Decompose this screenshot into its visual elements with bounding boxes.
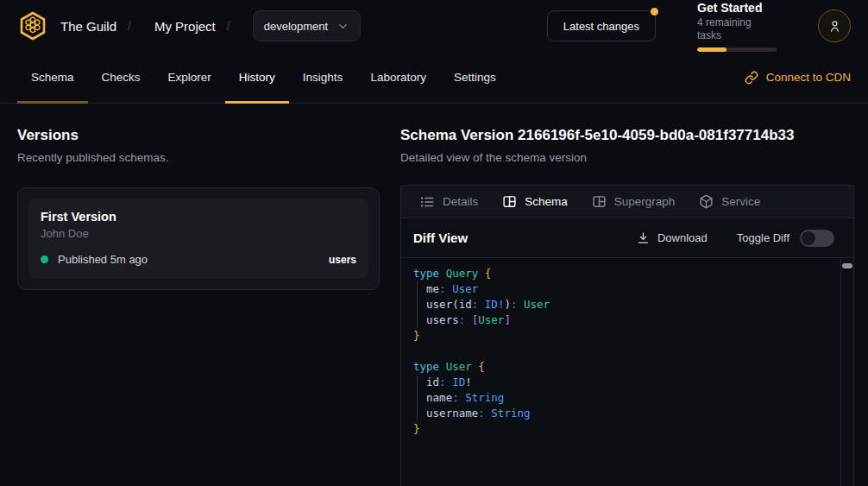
get-started-progressbar [697,47,777,52]
user-icon [827,19,842,34]
download-icon [637,231,650,244]
breadcrumb-project[interactable]: My Project [154,19,216,34]
toggle-knob [802,231,815,245]
hive-logo-icon[interactable] [17,10,48,41]
version-service-badge: users [329,254,356,266]
version-author: John Doe [41,227,356,240]
code-line: id: ID! [413,375,836,390]
panel-tab-service[interactable]: Service [699,194,760,209]
get-started-title: Get Started [697,1,777,16]
panel-tab-schema[interactable]: Schema [502,194,568,209]
version-status: Published 5m ago [58,253,148,266]
columns-icon [502,194,517,209]
versions-title: Versions [17,126,380,145]
notification-dot [651,8,658,16]
tab-laboratory[interactable]: Laboratory [356,52,440,103]
schema-version-title: Schema Version 2166196f-5e10-4059-bd0a-0… [400,126,854,145]
content-area: Versions Recently published schemas. Fir… [0,104,868,486]
version-title: First Version [41,210,356,224]
latest-changes-label: Latest changes [563,20,639,33]
get-started-widget[interactable]: Get Started 4 remaining tasks [697,1,777,52]
toggle-diff-label: Toggle Diff [737,231,789,244]
get-started-progress-fill [697,47,726,52]
schema-version-panel: Details Schema Supergraph [400,185,854,486]
chevron-down-icon [337,20,349,33]
code-line: users: [User] [413,312,836,328]
diff-toolbar: Diff View Download Toggle Diff [401,218,853,258]
code-scrollbar[interactable] [840,258,853,486]
panel-tab-supergraph[interactable]: Supergraph [592,194,676,209]
toggle-diff-control: Toggle Diff [737,230,834,247]
code-line: user(id: ID!): User [413,297,836,312]
tab-settings[interactable]: Settings [440,52,510,103]
toggle-diff-switch[interactable] [800,230,834,247]
target-select-value: development [264,20,328,33]
link-icon [745,71,758,85]
connect-to-cdn-link[interactable]: Connect to CDN [745,52,851,103]
columns-icon [592,194,607,209]
versions-subtitle: Recently published schemas. [17,150,380,165]
user-avatar[interactable] [818,9,851,42]
get-started-subtitle: 4 remaining tasks [697,16,777,42]
code-line: name: String [413,390,836,406]
panel-tab-strip: Details Schema Supergraph [401,186,853,218]
panel-tab-label: Details [443,195,478,208]
code-line: username: String [413,406,836,421]
tab-history[interactable]: History [225,52,289,103]
versions-card: First Version John Doe Published 5m ago … [17,187,380,290]
list-icon [419,194,435,210]
latest-changes-button[interactable]: Latest changes [547,10,656,41]
cube-icon [699,194,714,209]
sdl-code-viewer[interactable]: type Query { me: User user(id: ID!): Use… [401,258,853,486]
connect-to-cdn-label: Connect to CDN [766,71,851,84]
main-nav: Schema Checks Explorer History Insights … [0,52,868,104]
versions-column: Versions Recently published schemas. Fir… [17,126,380,486]
version-detail-column: Schema Version 2166196f-5e10-4059-bd0a-0… [400,126,854,486]
code-line: } [413,328,836,344]
panel-tab-label: Schema [525,195,568,208]
panel-tab-label: Service [721,195,760,208]
tab-checks[interactable]: Checks [88,52,154,103]
tab-explorer[interactable]: Explorer [154,52,225,103]
breadcrumb-separator: / [227,19,230,33]
tab-schema[interactable]: Schema [17,52,88,103]
download-button[interactable]: Download [637,231,708,244]
version-status-row: Published 5m ago users [41,253,356,266]
code-block: type Query { me: User user(id: ID!): Use… [413,266,836,437]
breadcrumb-separator: / [128,19,131,33]
breadcrumb-org[interactable]: The Guild [60,19,116,34]
code-line: } [413,421,836,437]
top-header: The Guild / My Project / development Lat… [0,0,868,52]
version-list-item[interactable]: First Version John Doe Published 5m ago … [28,199,368,279]
tab-insights[interactable]: Insights [289,52,357,103]
download-label: Download [657,231,708,244]
code-line: me: User [413,281,836,297]
code-line [413,344,836,359]
target-select[interactable]: development [253,10,361,41]
schema-version-subtitle: Detailed view of the schema version [400,150,854,165]
panel-tab-details[interactable]: Details [419,194,478,210]
diff-view-title: Diff View [413,230,468,245]
code-line: type Query { [413,266,836,281]
published-dot-icon [41,256,48,263]
code-scrollbar-thumb[interactable] [842,263,852,268]
panel-tab-label: Supergraph [614,195,676,208]
code-line: type User { [413,359,836,375]
app-window: The Guild / My Project / development Lat… [0,0,868,486]
